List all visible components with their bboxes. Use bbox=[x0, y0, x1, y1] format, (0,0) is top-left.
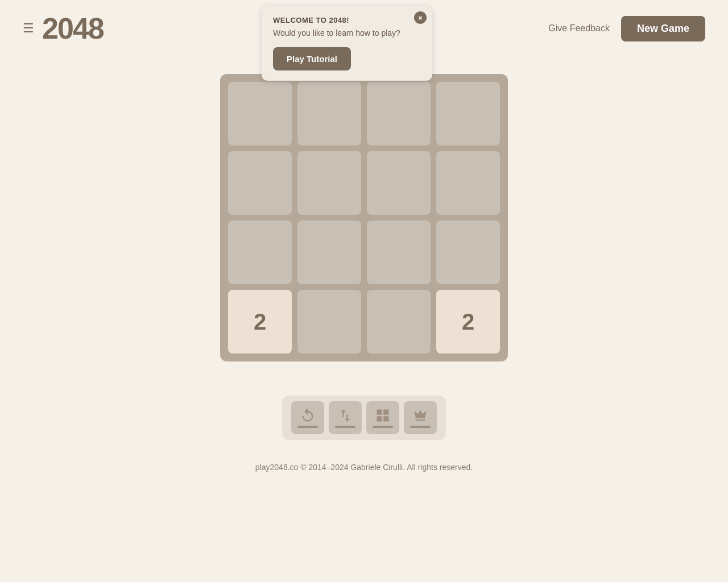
table-row bbox=[367, 221, 431, 284]
crown-button[interactable] bbox=[404, 401, 437, 434]
close-button[interactable]: × bbox=[414, 11, 427, 24]
footer-text: play2048.co © 2014–2024 Gabriele Cirulli… bbox=[255, 463, 473, 472]
table-row bbox=[228, 82, 292, 146]
play-tutorial-button[interactable]: Play Tutorial bbox=[273, 47, 351, 70]
welcome-popup: × WELCOME TO 2048! Would you like to lea… bbox=[262, 6, 432, 81]
table-row bbox=[228, 151, 292, 215]
table-row bbox=[297, 290, 361, 354]
table-row: 2 bbox=[228, 290, 292, 354]
table-row bbox=[436, 221, 500, 284]
undo-button[interactable] bbox=[291, 401, 324, 434]
table-row bbox=[367, 290, 431, 354]
logo: 2048 bbox=[42, 11, 104, 45]
table-row bbox=[436, 82, 500, 146]
new-game-button[interactable]: New Game bbox=[621, 16, 705, 41]
table-row bbox=[228, 221, 292, 284]
welcome-text: Would you like to learn how to play? bbox=[273, 28, 421, 39]
game-area: 22 bbox=[0, 74, 728, 361]
grid-button[interactable] bbox=[366, 401, 399, 434]
table-row bbox=[297, 151, 361, 215]
table-row bbox=[436, 151, 500, 215]
table-row bbox=[297, 82, 361, 146]
table-row bbox=[367, 82, 431, 146]
game-board: 22 bbox=[220, 74, 508, 361]
bottom-toolbar bbox=[0, 396, 728, 440]
footer: play2048.co © 2014–2024 Gabriele Cirulli… bbox=[0, 463, 728, 472]
give-feedback-button[interactable]: Give Feedback bbox=[548, 23, 610, 34]
toolbar-container bbox=[282, 396, 446, 440]
table-row: 2 bbox=[436, 290, 500, 354]
table-row bbox=[297, 221, 361, 284]
table-row bbox=[367, 151, 431, 215]
menu-icon[interactable]: ☰ bbox=[23, 21, 34, 36]
swap-button[interactable] bbox=[329, 401, 362, 434]
welcome-title: WELCOME TO 2048! bbox=[273, 16, 421, 24]
header-right: Give Feedback New Game bbox=[548, 16, 705, 41]
